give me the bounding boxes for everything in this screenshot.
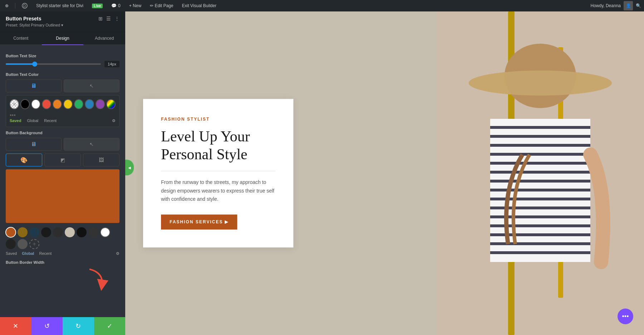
divi-icon[interactable]: D	[20, 3, 30, 9]
color-tab-global[interactable]: Global	[27, 118, 38, 123]
swatches-row2: +	[6, 227, 119, 249]
main-content: FASHION STYLIST Level Up Your Personal S…	[125, 11, 644, 335]
swatch-medium-gray[interactable]	[18, 239, 28, 249]
swatch-near-black2[interactable]	[53, 227, 63, 237]
bg-options-row: 🎨 ◩ 🖼	[6, 154, 119, 166]
color-tab2-saved[interactable]: Saved	[6, 251, 17, 256]
bg-gradient-option[interactable]: ◩	[44, 154, 81, 166]
columns-icon[interactable]: ☰	[106, 16, 111, 21]
swatch-blue[interactable]	[85, 99, 94, 109]
swatch-white2[interactable]	[100, 227, 110, 237]
swatch-light-tan[interactable]	[65, 227, 75, 237]
slider-value[interactable]: 14px	[104, 61, 119, 67]
swatch-black2[interactable]	[77, 227, 87, 237]
comment-item[interactable]: 💬 0	[109, 3, 123, 8]
panel-subtitle: Preset: Stylist Primary Outlined ▾	[6, 23, 119, 28]
swatch-near-black1[interactable]	[41, 227, 51, 237]
close-icon: ✕	[13, 322, 18, 330]
undo-button[interactable]: ↺	[31, 317, 63, 335]
more-options-icon[interactable]: ⋮	[114, 16, 119, 21]
tab-advanced[interactable]: Advanced	[83, 32, 125, 45]
search-icon[interactable]: 🔍	[636, 3, 641, 8]
swatch-purple[interactable]	[96, 99, 105, 109]
edit-page-label: ✏ Edit Page	[150, 3, 173, 8]
comment-icon: 💬	[111, 3, 117, 8]
page-background: FASHION STYLIST Level Up Your Personal S…	[125, 11, 644, 335]
bg-preview-left[interactable]: 🖥	[6, 138, 62, 151]
edit-page-item[interactable]: ✏ Edit Page	[148, 3, 175, 8]
redo-button[interactable]: ↻	[63, 317, 94, 335]
svg-rect-10	[490, 126, 590, 129]
slider-track[interactable]	[6, 63, 101, 65]
svg-text:D: D	[23, 4, 26, 8]
swatch-dark-teal[interactable]	[29, 227, 39, 237]
avatar: 👤	[624, 1, 633, 10]
bg-image-option[interactable]: 🖼	[83, 154, 119, 166]
border-width-label: Button Border Width	[6, 260, 119, 264]
color-tab-recent[interactable]: Recent	[44, 118, 57, 123]
color-tab-settings-icon[interactable]: ⚙	[112, 118, 116, 123]
bg-preview-row: 🖥 ↖	[6, 138, 119, 151]
svg-rect-24	[490, 251, 590, 254]
three-dots-button[interactable]: •••	[618, 309, 633, 324]
panel-title-row: Button Presets ⊞ ☰ ⋮	[6, 16, 119, 21]
swatch-dark2[interactable]	[6, 239, 16, 249]
three-dots-icon: •••	[622, 313, 629, 320]
content-card: FASHION STYLIST Level Up Your Personal S…	[143, 99, 293, 247]
new-item[interactable]: + New	[127, 3, 143, 8]
swatch-orange[interactable]	[53, 99, 62, 109]
swatch-green[interactable]	[74, 99, 83, 109]
swatch-dark-gray[interactable]	[88, 227, 98, 237]
panel-content: Button Text Size 14px Button Text Color …	[0, 45, 125, 317]
color-tab-saved[interactable]: Saved	[10, 118, 21, 123]
swatch-red[interactable]	[42, 99, 51, 109]
site-name-text: Stylist starter site for Divi	[36, 3, 83, 8]
new-label: + New	[129, 3, 141, 8]
wp-icon: ⊕	[5, 3, 9, 8]
tab-content[interactable]: Content	[0, 32, 42, 45]
swatch-black[interactable]	[20, 99, 30, 109]
text-size-label: Button Text Size	[6, 54, 119, 58]
swatch-yellow[interactable]	[63, 99, 73, 109]
hero-section: FASHION STYLIST Level Up Your Personal S…	[125, 11, 644, 335]
monitor-icon: 🖥	[31, 83, 36, 89]
text-color-preview-left[interactable]: 🖥	[6, 79, 62, 92]
slider-fill	[6, 63, 34, 65]
site-name-item[interactable]: Stylist starter site for Divi	[34, 3, 86, 8]
more-swatches-icon[interactable]: •••	[10, 112, 16, 118]
close-button[interactable]: ✕	[0, 317, 31, 335]
swatch-add-btn[interactable]: +	[29, 239, 39, 249]
swatch-multicolor[interactable]	[106, 99, 116, 109]
dots-row: •••	[10, 112, 116, 118]
grid-icon[interactable]: ⊞	[98, 16, 103, 21]
preset-label[interactable]: Preset: Stylist Primary Outlined ▾	[6, 23, 63, 27]
live-badge-item[interactable]: Live	[90, 4, 105, 8]
live-badge: Live	[92, 4, 103, 8]
bg-preview-right[interactable]: ↖	[64, 138, 119, 151]
left-panel: Button Presets ⊞ ☰ ⋮ Preset: Stylist Pri…	[0, 11, 125, 335]
bg-color-option[interactable]: 🎨	[6, 154, 42, 166]
bottom-toolbar: ✕ ↺ ↻ ✓	[0, 317, 125, 335]
card-divider	[161, 171, 275, 171]
slider-thumb[interactable]	[32, 62, 37, 67]
swatch-dark-gold[interactable]	[18, 227, 28, 237]
swatch-transparent[interactable]: ✕	[10, 99, 19, 109]
hero-right-photo	[436, 11, 644, 335]
color-tab2-recent[interactable]: Recent	[39, 251, 52, 256]
cta-button-label: FASHION SERVICES ▶	[170, 220, 229, 225]
swatch-brown-active[interactable]	[6, 227, 16, 237]
color-tab2-global[interactable]: Global	[22, 251, 34, 256]
gradient-icon: ◩	[60, 157, 65, 163]
exit-builder-item[interactable]: Exit Visual Builder	[180, 3, 219, 8]
text-color-label: Button Text Color	[6, 72, 119, 77]
tab-design[interactable]: Design	[42, 32, 84, 45]
color-settings2-icon[interactable]: ⚙	[116, 251, 119, 256]
svg-rect-17	[490, 189, 590, 191]
big-color-block[interactable]	[6, 169, 119, 223]
swatch-white[interactable]	[31, 99, 40, 109]
save-button[interactable]: ✓	[94, 317, 126, 335]
text-color-preview-right[interactable]: ↖	[64, 79, 119, 92]
wp-logo-item[interactable]: ⊕	[3, 3, 11, 8]
cta-button[interactable]: FASHION SERVICES ▶	[161, 215, 237, 230]
swatches-row1: ✕	[10, 99, 116, 109]
